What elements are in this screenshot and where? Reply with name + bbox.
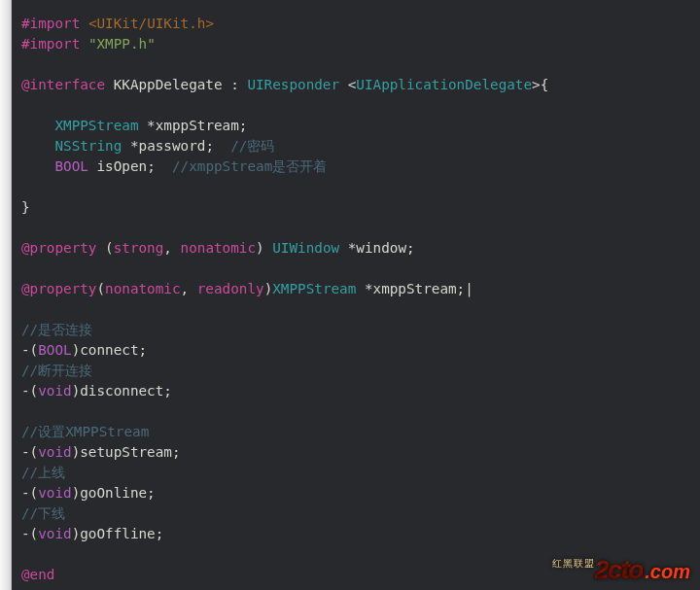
code-token: <UIKit/UIKit.h> [88, 16, 214, 31]
code-token: *window; [339, 240, 414, 256]
code-line[interactable] [21, 401, 700, 422]
code-line[interactable]: NSString *password; //密码 [21, 136, 700, 156]
code-line[interactable]: #import <UIKit/UIKit.h> [21, 14, 700, 34]
code-line[interactable] [21, 177, 700, 197]
code-line[interactable]: //设置XMPPStream [21, 422, 700, 442]
code-token: readonly [197, 281, 264, 296]
code-token: //设置XMPPStream [21, 424, 149, 439]
watermark-suffix: .com [645, 562, 690, 581]
code-token: -( [21, 342, 38, 358]
code-token: //xmppStream是否开着 [172, 158, 327, 174]
code-token: -( [21, 485, 38, 501]
code-token: UIApplicationDelegate [356, 77, 532, 92]
code-token: XMPPStream [272, 281, 356, 296]
code-line[interactable]: @property (strong, nonatomic) UIWindow *… [21, 238, 700, 259]
code-line[interactable] [21, 218, 700, 238]
code-token [21, 301, 30, 317]
code-token [21, 158, 54, 174]
code-token [21, 118, 54, 133]
code-line[interactable] [21, 54, 700, 75]
code-token: -( [21, 383, 38, 399]
code-token [21, 260, 30, 276]
code-line[interactable]: //是否连接 [21, 320, 700, 340]
code-token: )setupStream; [72, 444, 181, 460]
code-token: void [38, 444, 71, 460]
code-token [21, 403, 30, 419]
code-token: #import [21, 36, 80, 52]
code-line[interactable]: #import "XMPP.h" [21, 34, 700, 54]
code-token: isOpen; [88, 158, 172, 174]
code-token [80, 36, 88, 52]
code-token: ( [96, 281, 105, 296]
code-token: ) [264, 281, 273, 296]
code-token [21, 179, 30, 194]
code-token: @property [21, 281, 96, 296]
code-line[interactable]: -(void)setupStream; [21, 442, 700, 463]
code-token: ( [96, 240, 113, 256]
code-line[interactable]: //断开连接 [21, 361, 700, 381]
code-line[interactable]: -(void)goOnline; [21, 483, 700, 503]
code-token: #import [21, 16, 80, 31]
code-token: KKAppDelegate : [105, 77, 247, 92]
code-token: void [38, 526, 71, 541]
code-line[interactable]: @interface KKAppDelegate : UIResponder <… [21, 75, 700, 95]
code-line[interactable]: //上线 [21, 463, 700, 483]
code-token: < [339, 77, 356, 92]
code-token: NSString [54, 138, 122, 154]
code-token: )goOffline; [72, 526, 164, 541]
code-token: "XMPP.h" [88, 36, 156, 52]
watermark-cn: 红黑联盟 [552, 557, 595, 571]
code-token: *xmppStream; [139, 118, 248, 133]
code-token: void [38, 383, 71, 399]
code-line[interactable]: @property(nonatomic, readonly)XMPPStream… [21, 279, 700, 299]
code-token [21, 56, 30, 72]
code-token: BOOL [54, 158, 88, 174]
code-token: )connect; [72, 342, 147, 358]
code-token: @interface [21, 77, 105, 92]
code-line[interactable]: -(void)goOffline; [21, 524, 700, 544]
code-token [21, 138, 54, 154]
code-token: UIResponder [247, 77, 339, 92]
code-token: nonatomic [105, 281, 180, 296]
code-line[interactable] [21, 299, 700, 320]
code-token: *xmppStream; [356, 281, 465, 296]
code-line[interactable] [21, 95, 700, 116]
code-token: XMPPStream [54, 118, 138, 133]
code-token: , [163, 240, 180, 256]
code-token: *password; [122, 138, 230, 154]
code-token: )disconnect; [72, 383, 172, 399]
code-token: //是否连接 [21, 322, 92, 337]
code-token: nonatomic [181, 240, 256, 256]
code-editor[interactable]: #import <UIKit/UIKit.h>#import "XMPP.h" … [12, 0, 700, 590]
editor-gutter [0, 0, 12, 590]
code-token [21, 546, 30, 562]
code-line[interactable] [21, 259, 700, 279]
code-token: >{ [532, 77, 548, 92]
code-token: -( [21, 526, 38, 541]
code-token: //上线 [21, 465, 65, 480]
code-token: strong [114, 240, 164, 256]
code-token: )goOnline; [72, 485, 156, 501]
code-token: //密码 [230, 138, 274, 154]
code-token: ) [256, 240, 272, 256]
code-line[interactable]: XMPPStream *xmppStream; [21, 116, 700, 136]
code-token [21, 97, 30, 113]
site-watermark: 红黑联盟 2cto .com [552, 557, 690, 582]
code-token: UIWindow [272, 240, 339, 256]
code-token: //下线 [21, 505, 65, 521]
code-token: //断开连接 [21, 363, 92, 378]
watermark-main: 2cto [595, 557, 643, 582]
code-line[interactable]: } [21, 197, 700, 218]
code-line[interactable]: -(void)disconnect; [21, 381, 700, 401]
code-token: , [181, 281, 197, 296]
code-token: } [21, 199, 30, 215]
code-token: void [38, 485, 71, 501]
code-token [80, 16, 88, 31]
code-token: BOOL [38, 342, 71, 358]
code-line[interactable]: //下线 [21, 503, 700, 524]
code-line[interactable]: -(BOOL)connect; [21, 340, 700, 361]
code-line[interactable]: BOOL isOpen; //xmppStream是否开着 [21, 156, 700, 177]
code-token: | [465, 281, 473, 296]
code-token: @end [21, 567, 54, 582]
code-token: -( [21, 444, 38, 460]
